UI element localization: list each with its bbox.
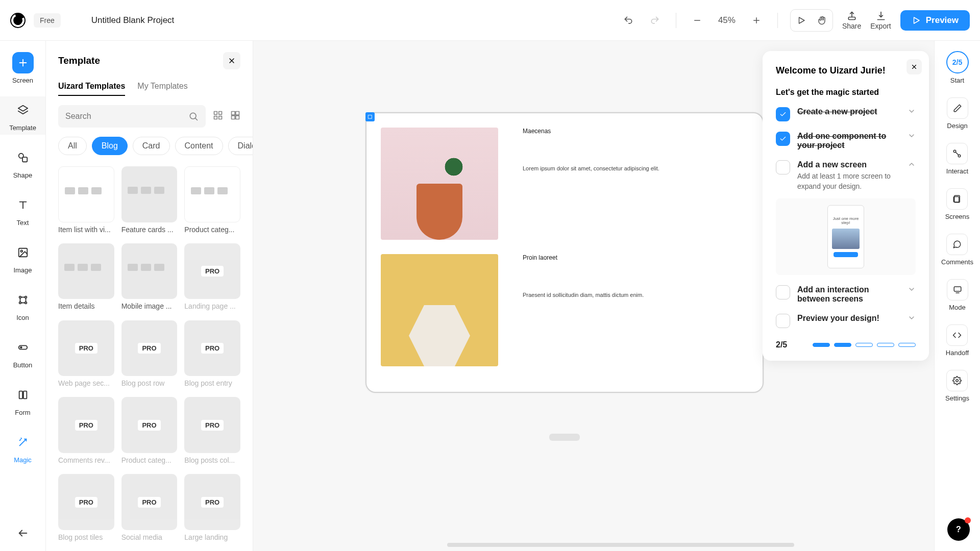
task-preview-design[interactable]: Preview your design! — [776, 314, 916, 328]
rail-comments[interactable]: Comments — [941, 234, 973, 266]
panel-title: Template — [58, 55, 100, 66]
nav-shape[interactable]: Shape — [0, 144, 45, 182]
search-input[interactable] — [65, 112, 188, 121]
template-thumb: PRO — [58, 397, 114, 453]
nav-back-button[interactable] — [17, 528, 29, 541]
pro-badge: PRO — [75, 420, 97, 431]
chip-card[interactable]: Card — [133, 137, 170, 155]
redo-button[interactable] — [646, 12, 664, 29]
nav-image[interactable]: Image — [0, 239, 45, 277]
content-heading[interactable]: Proin laoreet — [523, 254, 748, 261]
chip-blog[interactable]: Blog — [92, 137, 128, 155]
pro-badge: PRO — [75, 343, 97, 354]
zoom-out-button[interactable] — [689, 12, 706, 29]
nav-icon[interactable]: Icon — [0, 286, 45, 324]
template-card[interactable]: PROComments rev... — [58, 397, 114, 467]
onboarding-close-button[interactable] — [906, 59, 922, 74]
play-cursor-button[interactable] — [793, 12, 810, 29]
share-button[interactable]: Share — [842, 11, 861, 30]
rail-mode[interactable]: Mode — [947, 279, 968, 311]
rail-settings[interactable]: Settings — [945, 370, 969, 402]
task-add-interaction[interactable]: Add an interaction between screens — [776, 285, 916, 304]
template-card[interactable]: PROBlog post tiles — [58, 474, 114, 544]
content-heading[interactable]: Maecenas — [523, 128, 748, 135]
template-card[interactable]: Mobile image ... — [121, 243, 178, 313]
template-card[interactable]: PROSocial media — [121, 474, 178, 544]
rail-design[interactable]: Design — [947, 97, 968, 130]
project-title[interactable]: Untitled Blank Project — [91, 15, 175, 26]
undo-button[interactable] — [620, 12, 637, 29]
template-card[interactable]: Item list with vi... — [58, 166, 114, 236]
artboard[interactable]: Maecenas Lorem ipsum dolor sit amet, con… — [381, 128, 748, 378]
template-card[interactable]: PROBlog post row — [121, 320, 178, 390]
svg-rect-34 — [232, 116, 235, 119]
template-card[interactable]: Product categ... — [184, 166, 240, 236]
template-label: Blog post row — [121, 379, 178, 387]
rail-handoff[interactable]: Handoff — [946, 324, 969, 357]
pro-badge: PRO — [138, 420, 160, 431]
content-paragraph[interactable]: Praesent id sollicitudin diam, mattis di… — [523, 292, 748, 298]
nav-label: Shape — [13, 171, 33, 179]
chip-dialog[interactable]: Dialo — [228, 137, 253, 155]
nav-magic[interactable]: Magic — [0, 429, 45, 467]
zoom-in-button[interactable] — [748, 12, 765, 29]
template-card[interactable]: PROBlog post entry — [184, 320, 240, 390]
preview-button[interactable]: Preview — [900, 10, 970, 31]
rail-interact[interactable]: Interact — [946, 143, 968, 175]
template-card[interactable]: PROWeb page sec... — [58, 320, 114, 390]
nav-label: Magic — [14, 456, 32, 464]
template-label: Mobile image ... — [121, 302, 178, 310]
content-row[interactable]: Proin laoreet Praesent id sollicitudin d… — [381, 254, 748, 366]
template-grid[interactable]: Item list with vi...Feature cards ...Pro… — [46, 159, 253, 551]
artboard-frame[interactable]: Maecenas Lorem ipsum dolor sit amet, con… — [365, 112, 764, 393]
task-create-project[interactable]: Create a new project — [776, 107, 916, 121]
image-icon — [12, 242, 34, 263]
selection-indicator-icon — [365, 112, 375, 121]
svg-rect-31 — [219, 116, 222, 119]
grid-view-button[interactable] — [213, 110, 223, 122]
search-box[interactable] — [58, 105, 206, 128]
template-card[interactable]: Feature cards ... — [121, 166, 178, 236]
rail-screens[interactable]: Screens — [945, 188, 970, 220]
chip-content[interactable]: Content — [175, 137, 223, 155]
zoom-label[interactable]: 45% — [715, 15, 739, 26]
template-thumb: PRO — [121, 474, 178, 530]
template-card[interactable]: PROLanding page ... — [184, 243, 240, 313]
hand-tool-button[interactable] — [813, 12, 830, 29]
template-label: Blog posts col... — [184, 456, 240, 464]
export-button[interactable]: Export — [870, 11, 891, 30]
logo-icon[interactable] — [10, 13, 26, 28]
nav-text[interactable]: Text — [0, 191, 45, 230]
template-card[interactable]: Item details — [58, 243, 114, 313]
large-grid-view-button[interactable] — [230, 110, 240, 122]
onboarding-step-badge[interactable]: 2/5 — [946, 51, 969, 73]
plan-badge[interactable]: Free — [34, 13, 61, 28]
tab-my-templates[interactable]: My Templates — [137, 82, 187, 96]
svg-rect-10 — [22, 157, 27, 162]
template-card[interactable]: PROBlog posts col... — [184, 397, 240, 467]
content-paragraph[interactable]: Lorem ipsum dolor sit amet, consectetur … — [523, 165, 748, 171]
task-title: Add an interaction between screens — [797, 285, 900, 304]
content-image[interactable] — [381, 254, 498, 366]
template-thumb: PRO — [184, 320, 240, 377]
help-fab[interactable]: ? — [947, 518, 970, 541]
nav-label: Form — [15, 409, 30, 416]
nav-button[interactable]: Button — [0, 334, 45, 372]
search-icon — [188, 111, 199, 121]
template-card[interactable]: PROProduct categ... — [121, 397, 178, 467]
content-row[interactable]: Maecenas Lorem ipsum dolor sit amet, con… — [381, 128, 748, 240]
task-add-component[interactable]: Add one component to your project — [776, 132, 916, 150]
task-add-screen[interactable]: Add a new screen Add at least 1 more scr… — [776, 160, 916, 191]
content-image[interactable] — [381, 128, 498, 240]
close-panel-button[interactable] — [223, 52, 240, 69]
nav-screen[interactable]: Screen — [0, 49, 45, 87]
nav-form[interactable]: Form — [0, 381, 45, 419]
tab-uizard-templates[interactable]: Uizard Templates — [58, 82, 125, 96]
chip-all[interactable]: All — [58, 137, 87, 155]
progress-pill — [855, 343, 873, 347]
nav-template[interactable]: Template — [0, 96, 45, 135]
svg-rect-21 — [19, 391, 22, 399]
canvas-scrollbar[interactable] — [447, 543, 794, 547]
template-card[interactable]: PROLarge landing — [184, 474, 240, 544]
filter-chips: All Blog Card Content Dialo — [46, 133, 253, 159]
